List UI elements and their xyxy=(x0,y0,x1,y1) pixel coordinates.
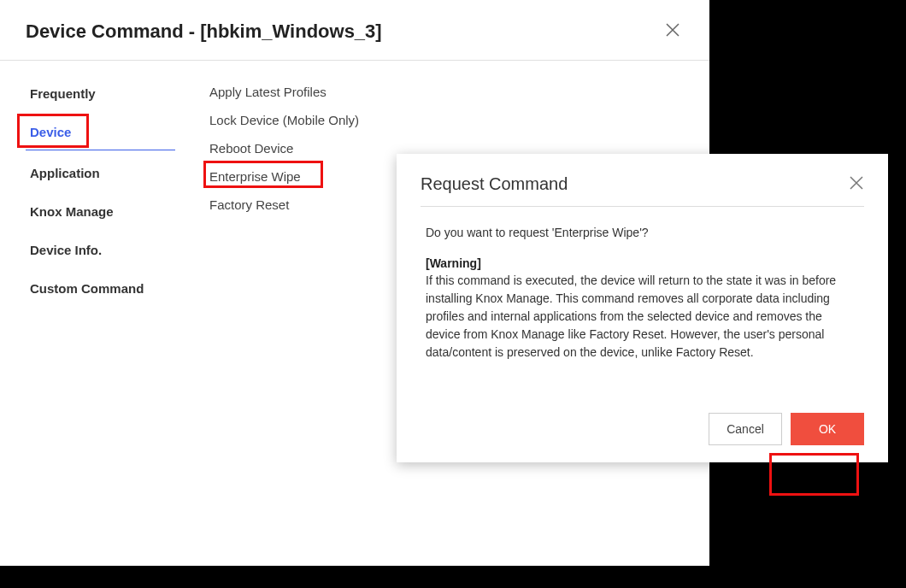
sidebar-item-custom-command[interactable]: Custom Command xyxy=(26,273,175,304)
window-header: Device Command - [hbkim_Windows_3] xyxy=(0,0,709,61)
cancel-button[interactable]: Cancel xyxy=(709,413,782,445)
sidebar: Frequently Device Application Knox Manag… xyxy=(0,61,184,567)
sidebar-item-application[interactable]: Application xyxy=(26,157,175,189)
warning-text: If this command is executed, the device … xyxy=(426,272,859,362)
modal-header: Request Command xyxy=(421,174,864,207)
sidebar-item-device-info[interactable]: Device Info. xyxy=(26,234,175,266)
request-command-modal: Request Command Do you want to request '… xyxy=(397,154,888,462)
window-title: Device Command - [hbkim_Windows_3] xyxy=(26,21,382,43)
sidebar-item-frequently[interactable]: Frequently xyxy=(26,78,175,109)
modal-title: Request Command xyxy=(421,174,568,194)
warning-label: [Warning] xyxy=(426,256,859,270)
sidebar-item-knox-manage[interactable]: Knox Manage xyxy=(26,196,175,227)
close-icon[interactable] xyxy=(662,19,684,44)
command-lock-device[interactable]: Lock Device (Mobile Only) xyxy=(209,106,684,134)
modal-footer: Cancel OK xyxy=(421,370,864,445)
close-icon[interactable] xyxy=(849,175,864,194)
modal-question: Do you want to request 'Enterprise Wipe'… xyxy=(426,226,859,239)
command-apply-latest-profiles[interactable]: Apply Latest Profiles xyxy=(209,78,684,106)
sidebar-item-device[interactable]: Device xyxy=(26,116,175,150)
ok-button[interactable]: OK xyxy=(791,413,864,445)
modal-body: Do you want to request 'Enterprise Wipe'… xyxy=(421,207,864,370)
